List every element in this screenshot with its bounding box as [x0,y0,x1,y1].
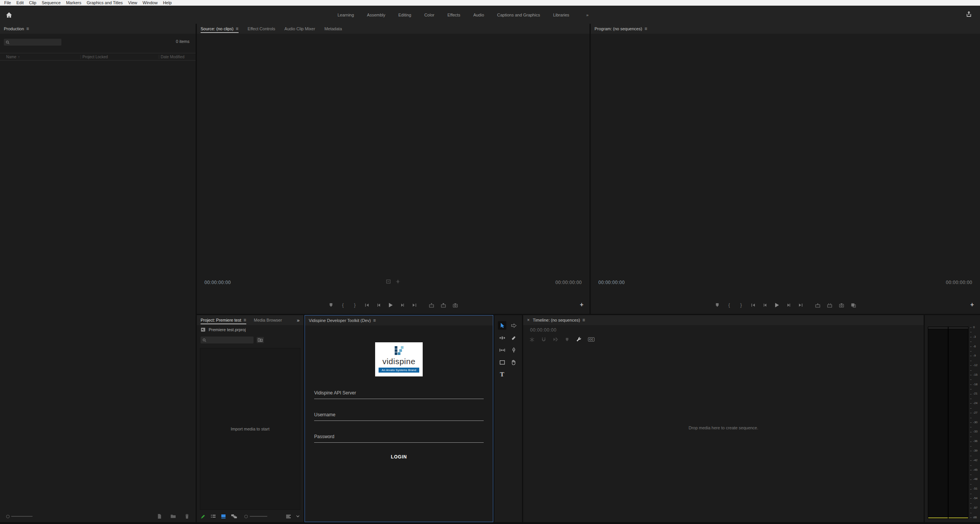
timeline-panel-menu-icon[interactable]: ≡ [582,318,585,322]
tab-timeline[interactable]: Timeline: (no sequences) [533,316,580,324]
menu-window[interactable]: Window [140,0,160,6]
play-icon[interactable] [774,302,780,308]
step-forward-icon[interactable] [786,302,792,308]
mark-out-icon[interactable]: } [352,302,358,308]
timeline-close-icon[interactable]: × [527,317,530,323]
project-panel-menu-icon[interactable]: ≡ [244,318,246,322]
razor-tool-icon[interactable] [509,333,518,342]
drag-video-only-icon[interactable] [386,279,391,284]
go-to-out-icon[interactable] [411,302,417,308]
extract-icon[interactable] [827,302,833,308]
export-frame-icon[interactable] [838,302,845,308]
workspace-assembly[interactable]: Assembly [367,13,385,17]
column-date-modified[interactable]: Date Modified [159,55,196,59]
project-bin-area[interactable]: Import media to start [200,348,300,510]
sort-options-icon[interactable] [286,514,291,519]
menu-view[interactable]: View [125,0,140,6]
search-bins-icon[interactable] [257,337,264,343]
mark-in-icon[interactable]: { [340,302,346,308]
menu-clip[interactable]: Clip [26,0,39,6]
slip-tool-icon[interactable] [498,346,506,354]
tab-vidispine-toolkit[interactable]: Vidispine Developer Toolkit (Dev) [309,316,371,325]
step-forward-icon[interactable] [399,302,405,308]
login-button[interactable]: LOGIN [391,454,407,460]
go-to-in-icon[interactable] [750,302,756,308]
comparison-view-icon[interactable] [850,302,856,308]
tab-program[interactable]: Program: (no sequences) [595,25,642,33]
hand-tool-icon[interactable] [509,358,518,366]
ripple-edit-tool-icon[interactable] [498,333,506,342]
workspace-color[interactable]: Color [424,13,434,17]
workspace-editing[interactable]: Editing [399,13,412,17]
production-zoom-slider[interactable] [6,515,10,518]
tab-project[interactable]: Project: Premiere test ≡ [201,316,246,324]
workspace-learning[interactable]: Learning [338,13,354,17]
captions-cc-icon[interactable]: CC [588,337,595,342]
menu-file[interactable]: File [2,0,14,6]
project-zoom-slider[interactable] [244,515,248,518]
source-button-editor-icon[interactable]: + [580,301,583,308]
tab-media-browser[interactable]: Media Browser [254,316,295,324]
type-tool-icon[interactable]: T [498,370,506,379]
share-export-icon[interactable] [965,11,972,18]
audio-meter[interactable] [928,327,968,519]
project-zoom-slider-track[interactable] [250,516,267,517]
add-marker-icon[interactable] [328,302,334,308]
timeline-settings-wrench-icon[interactable] [576,337,581,342]
mark-in-icon[interactable]: { [726,302,732,308]
tab-source[interactable]: Source: (no clips) ≡ [201,25,239,33]
production-tab[interactable]: Production [4,25,24,33]
program-panel-menu-icon[interactable]: ≡ [644,27,647,31]
workspace-effects[interactable]: Effects [447,13,460,17]
step-back-icon[interactable] [762,302,768,308]
lift-icon[interactable] [815,302,821,308]
track-select-forward-tool-icon[interactable] [509,321,518,330]
menu-help[interactable]: Help [160,0,175,6]
column-name[interactable]: Name↑ [0,55,81,59]
timeline-empty-text[interactable]: Drop media here to create sequence. [523,425,924,430]
export-frame-icon[interactable] [452,302,458,308]
icon-view-icon[interactable] [221,514,226,519]
timeline-playhead-timecode[interactable]: 00:00:00:00 [530,327,557,333]
overwrite-icon[interactable] [440,302,446,308]
rectangle-tool-icon[interactable] [498,358,506,366]
go-to-out-icon[interactable] [797,302,804,308]
play-icon[interactable] [387,302,394,308]
workspace-audio[interactable]: Audio [473,13,484,17]
api-server-field[interactable] [314,388,484,399]
drag-audio-only-icon[interactable] [395,279,400,284]
delete-trash-icon[interactable] [184,514,189,519]
timeline-add-marker-icon[interactable] [565,337,569,342]
step-back-icon[interactable] [376,302,382,308]
production-panel-menu-icon[interactable]: ≡ [26,27,29,31]
project-search-input[interactable] [201,337,254,343]
list-view-icon[interactable] [211,514,216,519]
new-folder-icon[interactable] [170,514,176,519]
menu-sequence[interactable]: Sequence [39,0,64,6]
production-zoom-slider-track[interactable] [11,516,33,517]
add-marker-icon[interactable] [714,302,720,308]
tab-metadata[interactable]: Metadata [324,25,342,33]
program-button-editor-icon[interactable]: + [970,301,974,308]
mark-out-icon[interactable]: } [738,302,744,308]
workspace-libraries[interactable]: Libraries [553,13,569,17]
new-item-icon[interactable] [157,514,162,519]
chevron-down-icon[interactable] [296,515,300,517]
source-panel-menu-icon[interactable]: ≡ [236,27,239,31]
pen-tool-icon[interactable] [509,346,518,354]
production-search-input[interactable] [4,39,61,46]
project-writable-icon[interactable] [201,514,206,519]
vidispine-panel-menu-icon[interactable]: ≡ [373,319,376,322]
workspace-overflow-icon[interactable]: » [586,13,588,17]
snap-magnet-icon[interactable] [541,337,546,342]
username-field[interactable] [314,410,484,421]
project-tab-overflow-icon[interactable]: » [297,317,300,323]
menu-edit[interactable]: Edit [14,0,26,6]
insert-icon[interactable] [428,302,435,308]
insert-as-nest-icon[interactable] [529,337,535,342]
tab-effect-controls[interactable]: Effect Controls [248,25,275,33]
tab-audio-clip-mixer[interactable]: Audio Clip Mixer [285,25,315,33]
freeform-view-icon[interactable] [231,514,237,519]
column-project-locked[interactable]: Project Locked [81,55,159,59]
selection-tool-icon[interactable] [498,321,506,330]
